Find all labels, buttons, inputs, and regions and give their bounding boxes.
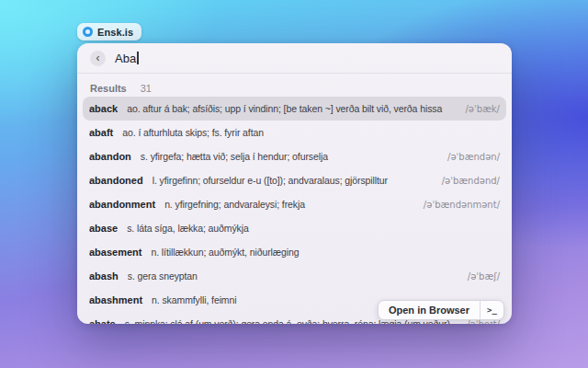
result-row[interactable]: abash s. gera sneyptan /əˈbæʃ/: [83, 264, 506, 288]
result-row[interactable]: abandonment n. yfirgefning; andvaraleysi…: [83, 192, 506, 216]
result-row[interactable]: aback ao. aftur á bak; afsíðis; upp í vi…: [83, 97, 506, 121]
result-word: abaft: [89, 127, 113, 138]
result-definition: s. yfirgefa; hætta við; selja í hendur; …: [141, 151, 440, 162]
search-input-value: Aba: [115, 52, 136, 65]
open-in-browser-button[interactable]: Open in Browser: [379, 301, 480, 319]
result-definition: n. lítillækkun; auðmýkt, niðurlæging: [151, 247, 492, 258]
result-pronunciation: /əˈbændənmənt/: [424, 200, 500, 210]
result-word: abate: [89, 318, 116, 324]
result-word: abandon: [89, 151, 131, 162]
result-row[interactable]: abandoned l. yfirgefinn; ofurseldur e-u …: [83, 168, 506, 192]
results-count: 31: [141, 83, 152, 94]
text-caret: [137, 52, 139, 64]
result-row[interactable]: abandon s. yfirgefa; hætta við; selja í …: [83, 144, 506, 168]
action-pill: Open in Browser >_: [378, 300, 504, 320]
result-pronunciation: /əˈbændənd/: [442, 176, 500, 186]
terminal-prompt-icon[interactable]: >_: [481, 301, 503, 319]
ensk-app-icon: [83, 27, 93, 37]
extension-tab[interactable]: Ensk.is: [77, 23, 141, 40]
result-word: abash: [89, 270, 119, 282]
results-header: Results 31: [77, 74, 512, 94]
launcher-window: ‹ Aba Results 31 aback ao. aftur á bak; …: [77, 43, 512, 324]
result-word: aback: [89, 103, 118, 114]
result-definition: n. yfirgefning; andvaraleysi; frekja: [164, 199, 416, 210]
search-input[interactable]: Aba: [115, 52, 139, 65]
results-list: aback ao. aftur á bak; afsíðis; upp í vi…: [77, 97, 512, 324]
result-definition: s. gera sneyptan: [128, 270, 460, 282]
result-word: abashment: [89, 294, 142, 305]
result-word: abase: [89, 223, 118, 234]
back-button[interactable]: ‹: [90, 51, 106, 66]
result-definition: l. yfirgefinn; ofurseldur e-u ([to]); an…: [153, 175, 435, 186]
result-definition: ao. aftur á bak; afsíðis; upp í vindinn;…: [127, 103, 458, 114]
result-row[interactable]: abasement n. lítillækkun; auðmýkt, niður…: [83, 240, 506, 264]
result-word: abasement: [89, 247, 141, 258]
result-definition: ao. í afturhluta skips; fs. fyrir aftan: [122, 127, 492, 138]
result-pronunciation: /əˈbæʃ/: [468, 271, 500, 282]
result-word: abandonment: [89, 199, 155, 210]
result-word: abandoned: [89, 175, 143, 186]
result-row[interactable]: abaft ao. í afturhluta skips; fs. fyrir …: [83, 121, 506, 144]
chevron-left-icon: ‹: [96, 52, 100, 63]
result-definition: s. láta síga, lækka; auðmýkja: [127, 223, 492, 234]
result-pronunciation: /əˈbændən/: [447, 152, 500, 162]
search-bar: ‹ Aba: [77, 43, 512, 73]
extension-tab-label: Ensk.is: [97, 27, 133, 38]
results-label: Results: [90, 83, 127, 94]
result-row[interactable]: abase s. láta síga, lækka; auðmýkja: [83, 216, 506, 240]
result-pronunciation: /əˈbæk/: [465, 104, 500, 114]
